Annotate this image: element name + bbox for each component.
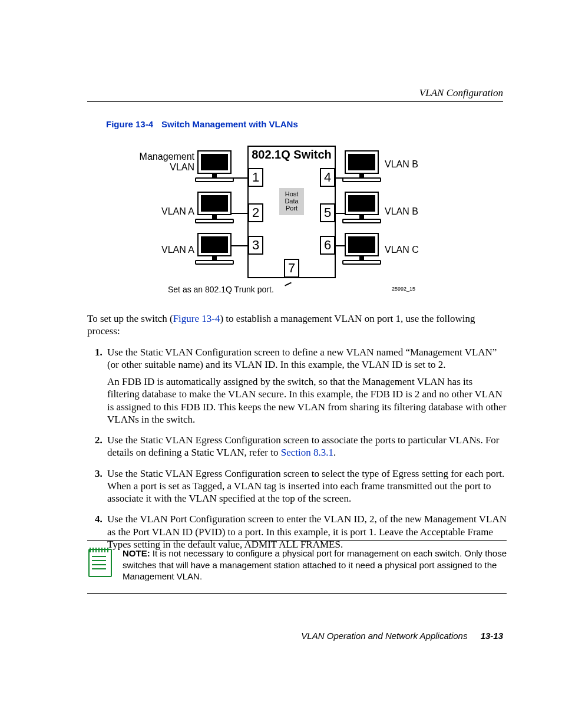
monitor-icon (345, 150, 379, 174)
running-header: VLAN Configuration (419, 87, 503, 99)
port-4: 4 (320, 168, 335, 187)
label-right-vlan-b-2: VLAN B (385, 206, 418, 217)
monitor-base (342, 177, 381, 182)
connector-line (335, 213, 345, 214)
note-icon (87, 548, 112, 576)
label-right-vlan-c: VLAN C (385, 245, 419, 255)
section-link[interactable]: Section 8.3.1 (281, 447, 333, 458)
hostbox-line1: Host (279, 190, 304, 197)
port-1: 1 (248, 168, 263, 187)
footer-doc-title: VLAN Operation and Network Applications (301, 631, 467, 641)
figure-caption: Figure 13-4Switch Management with VLANs (106, 119, 298, 129)
port-6: 6 (320, 236, 335, 255)
intro-pre: To set up the switch ( (87, 313, 173, 324)
note-text-wrap: NOTE: It is not necessary to configure a… (123, 548, 507, 582)
monitor-icon (197, 192, 232, 215)
monitor-icon (345, 192, 379, 215)
step-2: Use the Static VLAN Egress Configuration… (105, 434, 507, 459)
step-1-extra: An FDB ID is automatically assigned by t… (107, 375, 507, 426)
port-5: 5 (320, 203, 335, 222)
port-3: 3 (248, 236, 263, 255)
label-right-vlan-b-1: VLAN B (385, 159, 418, 170)
port-7: 7 (284, 259, 299, 278)
steps-list: Use the Static VLAN Configuration screen… (87, 346, 507, 551)
monitor-base (195, 177, 234, 182)
label-left-vlan-a-1: VLAN A (133, 206, 194, 217)
step-1-text: Use the Static VLAN Configuration screen… (107, 347, 497, 370)
switch-title: 802.1Q Switch (249, 148, 334, 162)
port-2: 2 (248, 203, 263, 222)
connector-line (232, 213, 248, 214)
figure-image-id: 25992_15 (392, 286, 415, 292)
connector-line (232, 245, 248, 246)
body-content: To set up the switch (Figure 13-4) to es… (87, 312, 507, 559)
connector-line (232, 177, 248, 179)
hostbox-line3: Port (279, 205, 304, 212)
page-footer: VLAN Operation and Network Applications … (87, 631, 503, 641)
intro-paragraph: To set up the switch (Figure 13-4) to es… (87, 312, 507, 338)
figure-link[interactable]: Figure 13-4 (173, 313, 220, 324)
host-data-port-box: Host Data Port (279, 188, 304, 215)
monitor-base (342, 219, 381, 223)
label-management-vlan: VLAN (133, 162, 194, 173)
step-2-post: . (333, 447, 336, 458)
trunk-pointer-line (285, 282, 292, 286)
note-label: NOTE: (123, 548, 150, 558)
monitor-base (342, 260, 381, 265)
step-1: Use the Static VLAN Configuration screen… (105, 346, 507, 426)
step-3-text: Use the Static VLAN Egress Configuration… (107, 468, 504, 505)
figure-title: Switch Management with VLANs (161, 119, 298, 129)
note-box: NOTE: It is not necessary to configure a… (87, 540, 507, 594)
monitor-icon (197, 150, 232, 174)
monitor-icon (197, 233, 232, 256)
step-3: Use the Static VLAN Egress Configuration… (105, 467, 507, 505)
connector-line (335, 177, 345, 179)
monitor-base (195, 260, 234, 265)
note-text: It is not necessary to configure a physi… (123, 548, 507, 581)
monitor-icon (345, 233, 379, 256)
figure-diagram: 802.1Q Switch Host Data Port 1 2 3 4 5 6… (133, 144, 439, 298)
hostbox-line2: Data (279, 197, 304, 205)
label-management: Management (133, 151, 194, 162)
label-left-vlan-a-2: VLAN A (133, 245, 194, 255)
footer-page-number: 13-13 (481, 631, 503, 641)
header-rule (87, 101, 503, 102)
monitor-base (195, 219, 234, 223)
trunk-port-note: Set as an 802.1Q Trunk port. (168, 285, 274, 294)
figure-number: Figure 13-4 (106, 119, 153, 129)
connector-line (335, 245, 345, 246)
